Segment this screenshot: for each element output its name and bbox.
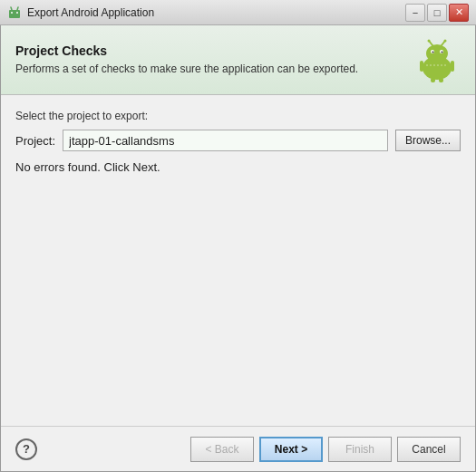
project-field-label: Project:	[15, 134, 55, 148]
svg-point-2	[16, 12, 18, 14]
app-icon	[7, 5, 22, 20]
help-button[interactable]: ?	[15, 438, 37, 460]
maximize-button[interactable]: □	[427, 4, 447, 22]
window-controls: − □ ✕	[405, 4, 469, 22]
android-robot-icon	[413, 36, 461, 83]
svg-rect-16	[451, 61, 454, 72]
back-button[interactable]: < Back	[190, 437, 254, 462]
svg-point-10	[442, 52, 443, 53]
status-text: No errors found. Click Next.	[15, 160, 461, 174]
header-description: Performs a set of checks to make sure th…	[15, 62, 403, 77]
header-title: Project Checks	[15, 43, 403, 58]
header-section: Project Checks Performs a set of checks …	[1, 25, 475, 95]
cancel-button[interactable]: Cancel	[397, 437, 461, 462]
svg-rect-17	[431, 78, 435, 82]
svg-point-6	[426, 44, 448, 63]
header-text: Project Checks Performs a set of checks …	[15, 43, 403, 77]
footer-left: ?	[15, 438, 37, 460]
browse-button[interactable]: Browse...	[395, 130, 461, 151]
project-input[interactable]	[63, 130, 388, 151]
dialog-body: Project Checks Performs a set of checks …	[0, 25, 476, 472]
svg-line-3	[11, 7, 12, 10]
content-area: Select the project to export: Project: B…	[1, 95, 475, 426]
finish-button[interactable]: Finish	[328, 437, 392, 462]
project-row: Project: Browse...	[15, 130, 461, 151]
svg-point-1	[11, 12, 13, 14]
footer-right: < Back Next > Finish Cancel	[190, 437, 461, 462]
next-button[interactable]: Next >	[259, 437, 323, 462]
footer: ? < Back Next > Finish Cancel	[1, 426, 475, 471]
svg-rect-0	[9, 10, 20, 18]
svg-point-13	[428, 40, 431, 43]
select-project-label: Select the project to export:	[15, 110, 461, 122]
minimize-button[interactable]: −	[405, 4, 425, 22]
svg-line-4	[17, 7, 18, 10]
close-button[interactable]: ✕	[449, 4, 469, 22]
svg-rect-18	[439, 78, 443, 82]
dialog-title: Export Android Application	[27, 6, 405, 19]
svg-rect-15	[420, 61, 423, 72]
svg-point-9	[432, 52, 434, 53]
svg-point-14	[444, 40, 447, 43]
title-bar: Export Android Application − □ ✕	[0, 0, 476, 25]
